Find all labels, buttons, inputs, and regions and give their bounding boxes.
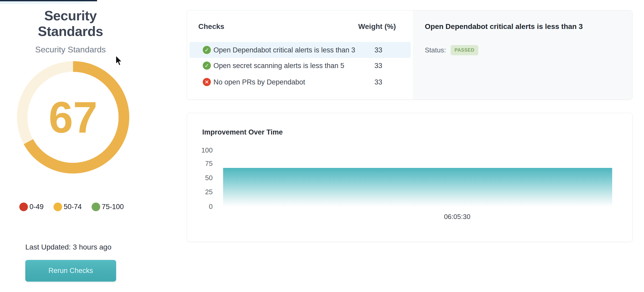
x-axis-tick: 06:05:30	[436, 213, 478, 221]
red-dot-icon	[19, 203, 28, 211]
legend-item-low: 0-49	[19, 203, 44, 211]
check-pass-icon: ✓	[203, 46, 211, 54]
weight-column-header: Weight (%)	[354, 22, 396, 31]
legend-item-high: 75-100	[92, 203, 124, 211]
amber-dot-icon	[53, 203, 62, 211]
status-line: Status: PASSED	[425, 45, 478, 56]
page-subtitle: Security Standards	[11, 45, 129, 54]
check-pass-icon: ✓	[203, 62, 211, 70]
rerun-checks-button[interactable]: Rerun Checks	[25, 260, 116, 282]
legend-label: 75-100	[102, 203, 124, 211]
security-standards-dashboard: Security Standards Security Standards 67…	[0, 0, 644, 292]
check-row-weight: 33	[364, 42, 393, 58]
last-updated-text: Last Updated: 3 hours ago	[25, 243, 111, 251]
y-axis-tick: 75	[192, 159, 213, 168]
legend-label: 0-49	[29, 203, 44, 211]
y-axis-tick: 25	[192, 188, 213, 196]
check-row[interactable]: No open PRs by Dependabot	[213, 74, 305, 90]
check-row-weight: 33	[364, 58, 393, 74]
area-series-band	[223, 168, 612, 207]
checks-column-header: Checks	[198, 22, 224, 31]
legend-label: 50-74	[64, 203, 82, 211]
mouse-cursor	[115, 55, 124, 67]
y-axis-tick: 100	[192, 146, 213, 154]
check-row[interactable]: Open secret scanning alerts is less than…	[213, 58, 344, 74]
legend-item-mid: 50-74	[53, 203, 82, 211]
status-label: Status:	[425, 46, 446, 54]
check-fail-icon: ✕	[203, 78, 211, 86]
check-row-weight: 33	[364, 74, 393, 90]
left-header: Security Standards Security Standards	[11, 8, 129, 54]
y-axis-tick: 50	[192, 174, 213, 182]
score-legend: 0-49 50-74 75-100	[19, 201, 124, 213]
chart-title: Improvement Over Time	[202, 128, 283, 136]
y-axis-tick: 0	[192, 202, 213, 211]
check-detail-title: Open Dependabot critical alerts is less …	[425, 22, 623, 31]
gauge-score-value: 67	[27, 86, 119, 149]
page-title: Security Standards	[11, 8, 129, 39]
browser-edge-highlight	[0, 1, 98, 4]
status-badge: PASSED	[451, 45, 478, 55]
green-dot-icon	[92, 203, 100, 211]
check-row[interactable]: Open Dependabot critical alerts is less …	[213, 42, 355, 58]
